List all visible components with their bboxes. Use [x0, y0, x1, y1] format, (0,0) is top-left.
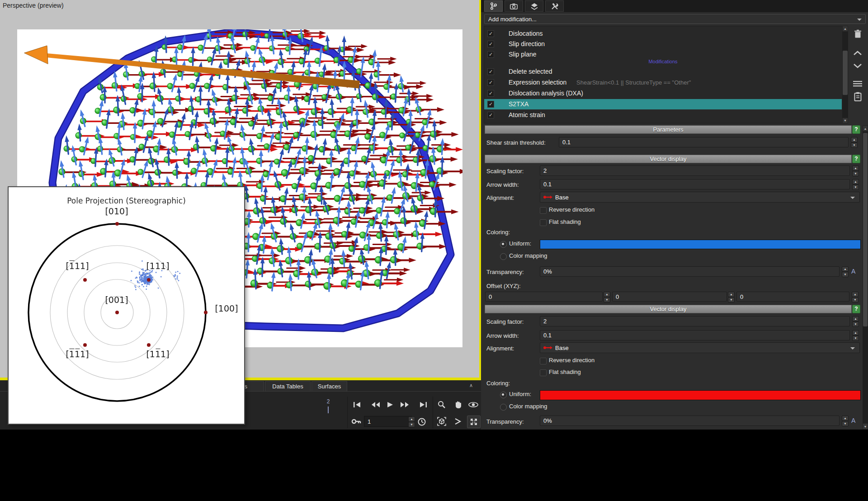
spin-down-icon[interactable]: ▼	[408, 422, 415, 427]
uniform-color-radio-1[interactable]	[500, 241, 507, 248]
offset-z-field[interactable]: 0	[736, 292, 849, 302]
move-modifier-down-button[interactable]	[852, 60, 863, 71]
flat-shading-checkbox-1[interactable]	[540, 219, 547, 226]
arrow-width-field-1[interactable]: 0.1	[540, 179, 850, 189]
pipeline-item-dislocations[interactable]: ✓Dislocations	[484, 28, 842, 39]
pipeline-item-dislocation-analysis-dxa-[interactable]: ✓Dislocation analysis (DXA)	[484, 88, 842, 99]
modifier-enabled-checkbox[interactable]: ✓	[487, 41, 494, 47]
skip-to-start-button[interactable]	[351, 399, 363, 411]
transparency-spinner-1[interactable]: ▲▼	[842, 266, 849, 277]
reverse-direction-checkbox-1[interactable]	[540, 207, 547, 214]
frame-spinner[interactable]: ▲▼	[408, 416, 415, 427]
miller-label: [111]	[146, 261, 169, 271]
scaling-factor-spinner-2[interactable]: ▲▼	[852, 316, 859, 326]
uniform-color-swatch-1[interactable]	[540, 240, 861, 249]
scroll-down-icon[interactable]: ▼	[842, 118, 848, 123]
tab-pipeline[interactable]	[484, 0, 503, 12]
color-mapping-radio-2[interactable]	[500, 404, 507, 411]
animate-parameter-button[interactable]: A	[851, 417, 855, 424]
fast-rewind-button[interactable]	[369, 399, 382, 411]
offset-x-field[interactable]: 0	[485, 292, 603, 302]
shear-threshold-field[interactable]: 0.1	[559, 137, 849, 147]
tab-data-tables[interactable]: Data Tables	[265, 381, 311, 391]
scroll-down-icon[interactable]: ▼	[863, 423, 868, 430]
skip-to-end-button[interactable]	[417, 399, 430, 411]
help-button[interactable]: ?	[852, 155, 860, 163]
copy-pipeline-button[interactable]	[852, 90, 863, 102]
application-window: Perspective (preview) Attributes Data Ta…	[0, 0, 868, 501]
offset-z-spinner[interactable]: ▲▼	[852, 292, 859, 302]
pipeline-item-atomic-strain[interactable]: ✓Atomic strain	[484, 110, 842, 120]
modifier-enabled-checkbox[interactable]: ✓	[487, 51, 494, 58]
add-modification-dropdown[interactable]: Add modification...	[484, 14, 866, 24]
orbit-mode-icon[interactable]	[467, 399, 480, 411]
pan-mode-icon[interactable]	[452, 399, 464, 411]
modifier-enabled-checkbox[interactable]: ✓	[487, 101, 494, 108]
animation-settings-icon[interactable]	[415, 416, 428, 428]
arrow-width-field-2[interactable]: 0.1	[540, 330, 850, 340]
fast-forward-button[interactable]	[398, 399, 411, 411]
uniform-color-swatch-2[interactable]	[540, 390, 861, 400]
pipeline-scrollbar[interactable]: ▲ ▼	[842, 26, 848, 123]
modifier-enabled-checkbox[interactable]: ✓	[487, 90, 494, 97]
scaling-factor-value: 2	[543, 167, 547, 174]
scaling-factor-spinner-1[interactable]: ▲▼	[852, 165, 859, 176]
offset-y-spinner[interactable]: ▲▼	[728, 292, 735, 302]
tab-overlays[interactable]	[525, 0, 543, 12]
modifier-enabled-checkbox[interactable]: ✓	[487, 30, 494, 37]
vector-display-2-header[interactable]: Vector display	[485, 305, 852, 313]
scroll-up-icon[interactable]: ▲	[842, 26, 848, 32]
pipeline-item-slip-direction[interactable]: ✓Slip direction	[484, 39, 842, 49]
auto-key-icon[interactable]	[350, 416, 363, 427]
alignment-dropdown-2[interactable]: Base	[540, 342, 860, 353]
scaling-factor-field-2[interactable]: 2	[540, 316, 850, 326]
maximize-viewport-button[interactable]	[467, 416, 481, 428]
pipeline-item-delete-selected[interactable]: ✓Delete selected	[484, 66, 842, 77]
shear-threshold-spinner[interactable]: ▲▼	[851, 137, 858, 147]
transparency-field-1[interactable]: 0%	[540, 266, 840, 277]
pipeline-item-s2txa[interactable]: ✓S2TXA	[484, 99, 842, 109]
arrow-width-spinner-1[interactable]: ▲▼	[852, 179, 859, 189]
pipeline-item-slip-plane[interactable]: ✓Slip plane	[484, 49, 842, 60]
tab-render[interactable]	[505, 0, 523, 12]
help-button[interactable]: ?	[852, 305, 860, 313]
tab-utilities[interactable]	[545, 0, 564, 12]
scrollbar-thumb[interactable]	[863, 133, 868, 326]
frame-spinbox[interactable]: 1	[364, 416, 412, 427]
zoom-mode-icon[interactable]	[435, 399, 448, 411]
parameters-section-header[interactable]: Parameters	[485, 125, 852, 134]
offset-y-field[interactable]: 0	[612, 292, 727, 302]
panel-scrollbar[interactable]: ▲ ▼	[863, 125, 868, 430]
collapse-panel-icon[interactable]: ∧	[469, 383, 473, 388]
pole-projection-window[interactable]: Pole Projection (Stereographic) [010][11…	[8, 186, 245, 425]
color-mapping-radio-1[interactable]	[500, 253, 507, 260]
vector-display-1-header[interactable]: Vector display	[485, 155, 852, 163]
transparency-spinner-2[interactable]: ▲▼	[842, 416, 849, 426]
spin-up-icon[interactable]: ▲	[408, 416, 415, 422]
scrollbar-thumb[interactable]	[843, 51, 848, 95]
flat-shading-checkbox-2[interactable]	[540, 369, 547, 376]
viewport-caption[interactable]: Perspective (preview)	[3, 2, 64, 9]
delete-modifier-button[interactable]	[852, 28, 863, 40]
uniform-color-radio-2[interactable]	[500, 392, 507, 398]
zoom-scene-extents-icon[interactable]	[435, 416, 448, 427]
scaling-factor-field-1[interactable]: 2	[540, 165, 850, 176]
pipeline-item-expression-selection[interactable]: ✓Expression selectionShearStrain<0.1 || …	[484, 77, 842, 88]
play-button[interactable]	[384, 399, 396, 411]
move-modifier-up-button[interactable]	[852, 47, 863, 59]
alignment-dropdown-1[interactable]: Base	[540, 192, 860, 203]
tab-surfaces[interactable]: Surfaces	[311, 381, 347, 391]
help-button[interactable]: ?	[852, 125, 860, 134]
reverse-direction-checkbox-2[interactable]	[540, 358, 547, 364]
pipeline-menu-button[interactable]	[852, 78, 863, 90]
render-active-viewport-icon[interactable]	[452, 416, 464, 427]
scroll-up-icon[interactable]: ▲	[863, 125, 868, 132]
animate-parameter-button[interactable]: A	[851, 268, 855, 275]
transparency-field-2[interactable]: 0%	[540, 416, 840, 426]
modifier-enabled-checkbox[interactable]: ✓	[487, 112, 494, 118]
offset-x-spinner[interactable]: ▲▼	[604, 292, 610, 302]
modifier-enabled-checkbox[interactable]: ✓	[487, 79, 494, 86]
modifier-enabled-checkbox[interactable]: ✓	[487, 68, 494, 75]
scaling-factor-label: Scaling factor:	[486, 318, 524, 325]
arrow-width-spinner-2[interactable]: ▲▼	[852, 330, 859, 340]
